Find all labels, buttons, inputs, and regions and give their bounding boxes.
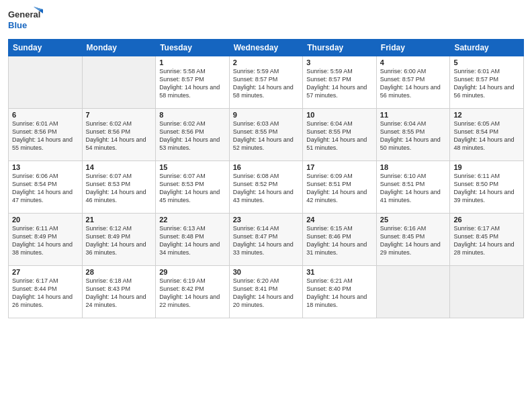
calendar-cell — [9, 56, 83, 109]
day-number: 2 — [233, 58, 300, 66]
calendar-cell: 28Sunrise: 6:18 AMSunset: 8:43 PMDayligh… — [82, 266, 156, 318]
day-info: Sunrise: 6:01 AMSunset: 8:56 PMDaylight:… — [12, 120, 79, 152]
day-info: Sunrise: 6:17 AMSunset: 8:45 PMDaylight:… — [453, 224, 520, 257]
day-number: 18 — [380, 163, 447, 171]
calendar-cell: 3Sunrise: 5:59 AMSunset: 8:57 PMDaylight… — [303, 56, 377, 109]
logo: GeneralBlue — [8, 7, 43, 34]
day-info: Sunrise: 6:11 AMSunset: 8:50 PMDaylight:… — [453, 172, 520, 205]
day-info: Sunrise: 6:02 AMSunset: 8:56 PMDaylight:… — [86, 120, 152, 152]
day-info: Sunrise: 6:17 AMSunset: 8:44 PMDaylight:… — [12, 277, 79, 310]
calendar-cell: 7Sunrise: 6:02 AMSunset: 8:56 PMDaylight… — [82, 109, 156, 161]
calendar-cell: 2Sunrise: 5:59 AMSunset: 8:57 PMDaylight… — [229, 56, 303, 109]
calendar-week-5: 27Sunrise: 6:17 AMSunset: 8:44 PMDayligh… — [9, 266, 524, 318]
day-number: 26 — [453, 216, 520, 224]
day-number: 19 — [453, 163, 520, 171]
day-info: Sunrise: 6:11 AMSunset: 8:49 PMDaylight:… — [12, 224, 79, 257]
day-number: 30 — [233, 268, 300, 276]
calendar-cell: 25Sunrise: 6:16 AMSunset: 8:45 PMDayligh… — [376, 214, 450, 266]
day-number: 14 — [86, 163, 152, 171]
calendar-cell: 15Sunrise: 6:07 AMSunset: 8:53 PMDayligh… — [156, 161, 230, 214]
day-info: Sunrise: 6:19 AMSunset: 8:42 PMDaylight:… — [159, 277, 226, 310]
calendar-cell — [376, 266, 450, 318]
day-info: Sunrise: 6:04 AMSunset: 8:55 PMDaylight:… — [380, 120, 447, 152]
calendar-cell: 4Sunrise: 6:00 AMSunset: 8:57 PMDaylight… — [376, 56, 450, 109]
day-info: Sunrise: 6:15 AMSunset: 8:46 PMDaylight:… — [306, 224, 373, 257]
calendar-body: 1Sunrise: 5:58 AMSunset: 8:57 PMDaylight… — [9, 56, 524, 318]
day-info: Sunrise: 6:02 AMSunset: 8:56 PMDaylight:… — [159, 120, 226, 152]
day-number: 12 — [453, 111, 520, 119]
day-number: 31 — [306, 268, 373, 276]
day-number: 7 — [86, 111, 152, 119]
day-info: Sunrise: 6:04 AMSunset: 8:55 PMDaylight:… — [306, 120, 373, 152]
day-number: 24 — [306, 216, 373, 224]
day-info: Sunrise: 6:08 AMSunset: 8:52 PMDaylight:… — [233, 172, 300, 205]
day-number: 13 — [12, 163, 79, 171]
calendar-cell: 26Sunrise: 6:17 AMSunset: 8:45 PMDayligh… — [450, 214, 524, 266]
day-info: Sunrise: 6:12 AMSunset: 8:49 PMDaylight:… — [86, 224, 152, 257]
calendar-cell: 22Sunrise: 6:13 AMSunset: 8:48 PMDayligh… — [156, 214, 230, 266]
day-number: 23 — [233, 216, 300, 224]
calendar-cell: 11Sunrise: 6:04 AMSunset: 8:55 PMDayligh… — [376, 109, 450, 161]
day-info: Sunrise: 6:18 AMSunset: 8:43 PMDaylight:… — [86, 277, 152, 310]
calendar-cell — [450, 266, 524, 318]
day-info: Sunrise: 5:58 AMSunset: 8:57 PMDaylight:… — [159, 67, 226, 100]
day-number: 4 — [380, 58, 447, 66]
svg-text:General: General — [8, 9, 40, 19]
calendar-cell: 30Sunrise: 6:20 AMSunset: 8:41 PMDayligh… — [229, 266, 303, 318]
day-info: Sunrise: 6:10 AMSunset: 8:51 PMDaylight:… — [380, 172, 447, 205]
calendar-cell: 12Sunrise: 6:05 AMSunset: 8:54 PMDayligh… — [450, 109, 524, 161]
calendar-cell: 6Sunrise: 6:01 AMSunset: 8:56 PMDaylight… — [9, 109, 83, 161]
weekday-tuesday: Tuesday — [156, 40, 230, 56]
weekday-header-row: SundayMondayTuesdayWednesdayThursdayFrid… — [9, 40, 524, 56]
calendar-cell: 18Sunrise: 6:10 AMSunset: 8:51 PMDayligh… — [376, 161, 450, 214]
day-info: Sunrise: 6:09 AMSunset: 8:51 PMDaylight:… — [306, 172, 373, 205]
day-info: Sunrise: 5:59 AMSunset: 8:57 PMDaylight:… — [306, 67, 373, 100]
calendar: SundayMondayTuesdayWednesdayThursdayFrid… — [8, 39, 524, 318]
calendar-cell: 14Sunrise: 6:07 AMSunset: 8:53 PMDayligh… — [82, 161, 156, 214]
weekday-wednesday: Wednesday — [229, 40, 303, 56]
day-number: 9 — [233, 111, 300, 119]
day-number: 15 — [159, 163, 226, 171]
day-number: 29 — [159, 268, 226, 276]
calendar-cell: 9Sunrise: 6:03 AMSunset: 8:55 PMDaylight… — [229, 109, 303, 161]
svg-text:Blue: Blue — [8, 20, 27, 30]
day-info: Sunrise: 5:59 AMSunset: 8:57 PMDaylight:… — [233, 67, 300, 100]
calendar-week-2: 6Sunrise: 6:01 AMSunset: 8:56 PMDaylight… — [9, 109, 524, 161]
day-number: 3 — [306, 58, 373, 66]
calendar-cell: 27Sunrise: 6:17 AMSunset: 8:44 PMDayligh… — [9, 266, 83, 318]
day-number: 17 — [306, 163, 373, 171]
day-number: 10 — [306, 111, 373, 119]
day-info: Sunrise: 6:14 AMSunset: 8:47 PMDaylight:… — [233, 224, 300, 257]
calendar-cell: 16Sunrise: 6:08 AMSunset: 8:52 PMDayligh… — [229, 161, 303, 214]
day-info: Sunrise: 6:01 AMSunset: 8:57 PMDaylight:… — [453, 67, 520, 100]
weekday-saturday: Saturday — [450, 40, 524, 56]
calendar-header: SundayMondayTuesdayWednesdayThursdayFrid… — [9, 40, 524, 56]
calendar-cell: 20Sunrise: 6:11 AMSunset: 8:49 PMDayligh… — [9, 214, 83, 266]
day-info: Sunrise: 6:07 AMSunset: 8:53 PMDaylight:… — [159, 172, 226, 205]
calendar-cell: 1Sunrise: 5:58 AMSunset: 8:57 PMDaylight… — [156, 56, 230, 109]
weekday-friday: Friday — [376, 40, 450, 56]
day-number: 1 — [159, 58, 226, 66]
day-number: 5 — [453, 58, 520, 66]
day-info: Sunrise: 6:05 AMSunset: 8:54 PMDaylight:… — [453, 120, 520, 152]
calendar-cell: 10Sunrise: 6:04 AMSunset: 8:55 PMDayligh… — [303, 109, 377, 161]
day-number: 16 — [233, 163, 300, 171]
day-number: 28 — [86, 268, 152, 276]
calendar-week-4: 20Sunrise: 6:11 AMSunset: 8:49 PMDayligh… — [9, 214, 524, 266]
day-info: Sunrise: 6:20 AMSunset: 8:41 PMDaylight:… — [233, 277, 300, 310]
calendar-cell: 21Sunrise: 6:12 AMSunset: 8:49 PMDayligh… — [82, 214, 156, 266]
calendar-cell: 24Sunrise: 6:15 AMSunset: 8:46 PMDayligh… — [303, 214, 377, 266]
weekday-sunday: Sunday — [9, 40, 83, 56]
day-number: 20 — [12, 216, 79, 224]
calendar-cell: 23Sunrise: 6:14 AMSunset: 8:47 PMDayligh… — [229, 214, 303, 266]
day-info: Sunrise: 6:06 AMSunset: 8:54 PMDaylight:… — [12, 172, 79, 205]
day-info: Sunrise: 6:03 AMSunset: 8:55 PMDaylight:… — [233, 120, 300, 152]
page-container: GeneralBlue SundayMondayTuesdayWednesday… — [0, 0, 532, 324]
day-number: 22 — [159, 216, 226, 224]
day-info: Sunrise: 6:21 AMSunset: 8:40 PMDaylight:… — [306, 277, 373, 310]
weekday-thursday: Thursday — [303, 40, 377, 56]
day-number: 11 — [380, 111, 447, 119]
calendar-cell: 13Sunrise: 6:06 AMSunset: 8:54 PMDayligh… — [9, 161, 83, 214]
calendar-cell: 17Sunrise: 6:09 AMSunset: 8:51 PMDayligh… — [303, 161, 377, 214]
day-number: 21 — [86, 216, 152, 224]
